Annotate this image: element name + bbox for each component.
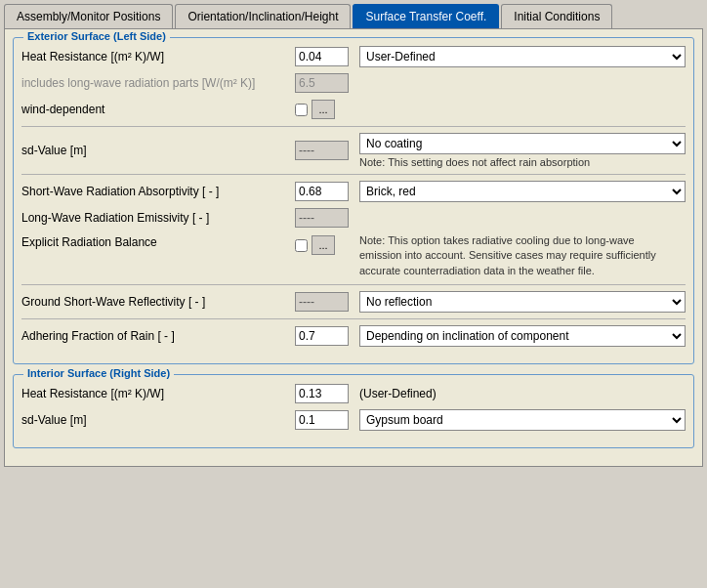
exterior-section: Exterior Surface (Left Side) Heat Resist… [13, 37, 694, 364]
sd-value-exterior-label: sd-Value [m] [21, 144, 295, 157]
tab-bar: Assembly/Monitor Positions Orientation/I… [0, 0, 707, 28]
heat-resistance-row: Heat Resistance [(m² K)/W] User-Defined … [21, 46, 686, 67]
wind-dependent-row: wind-dependent ... [21, 99, 686, 120]
sd-note: Note: This setting does not affect rain … [359, 156, 686, 168]
short-wave-row: Short-Wave Radiation Absorptivity [ - ] … [21, 181, 686, 202]
explicit-radiation-checkbox[interactable] [295, 239, 308, 252]
ground-short-wave-row: Ground Short-Wave Reflectivity [ - ] No … [21, 291, 686, 313]
long-wave-label: Long-Wave Radiation Emissivity [ - ] [21, 211, 295, 225]
wind-dependent-checkbox[interactable] [295, 104, 308, 116]
adhering-fraction-label: Adhering Fraction of Rain [ - ] [21, 329, 295, 343]
heat-resistance-dropdown[interactable]: User-Defined 0.04 (outside) 0.13 (inside… [359, 46, 686, 67]
ground-short-wave-input [295, 292, 349, 312]
includes-longwave-row: includes long-wave radiation parts [W/(m… [21, 72, 686, 94]
heat-resistance-label: Heat Resistance [(m² K)/W] [21, 50, 295, 63]
interior-heat-resistance-input[interactable] [295, 384, 349, 403]
explicit-radiation-note: Note: This option takes radiative coolin… [359, 233, 662, 278]
interior-heat-resistance-label: Heat Resistance [(m² K)/W] [21, 387, 295, 400]
sd-value-exterior-input [295, 141, 349, 160]
adhering-fraction-dropdown[interactable]: Depending on inclination of component 0.… [359, 325, 686, 347]
ground-short-wave-dropdown[interactable]: No reflection Snow Grass [359, 291, 686, 313]
sd-value-interior-label: sd-Value [m] [21, 413, 295, 427]
explicit-radiation-button[interactable]: ... [312, 235, 335, 255]
short-wave-input[interactable] [295, 182, 349, 201]
sd-value-interior-dropdown[interactable]: Gypsum board No coating Other [359, 409, 686, 431]
sd-value-interior-input[interactable] [295, 410, 349, 430]
adhering-fraction-input[interactable] [295, 326, 349, 346]
short-wave-label: Short-Wave Radiation Absorptivity [ - ] [21, 185, 295, 198]
explicit-radiation-row: Explicit Radiation Balance ... Note: Thi… [21, 233, 686, 278]
tab-initial[interactable]: Initial Conditions [501, 4, 612, 28]
long-wave-row: Long-Wave Radiation Emissivity [ - ] [21, 207, 686, 229]
interior-heat-resistance-static: (User-Defined) [359, 387, 437, 400]
ground-short-wave-label: Ground Short-Wave Reflectivity [ - ] [21, 295, 295, 309]
sd-value-interior-row: sd-Value [m] Gypsum board No coating Oth… [21, 409, 686, 431]
sd-value-exterior-dropdown[interactable]: No coating Other [359, 133, 686, 154]
tab-assembly[interactable]: Assembly/Monitor Positions [4, 4, 173, 28]
wind-dependent-label: wind-dependent [21, 103, 295, 116]
wind-dependent-button[interactable]: ... [312, 100, 335, 119]
heat-resistance-input[interactable] [295, 47, 349, 66]
includes-longwave-label: includes long-wave radiation parts [W/(m… [21, 76, 295, 90]
includes-longwave-input [295, 73, 349, 93]
interior-heat-resistance-row: Heat Resistance [(m² K)/W] (User-Defined… [21, 383, 686, 404]
long-wave-input [295, 208, 349, 228]
short-wave-dropdown[interactable]: Brick, red Concrete White paint [359, 181, 686, 202]
interior-section-title: Interior Surface (Right Side) [23, 367, 174, 379]
interior-section: Interior Surface (Right Side) Heat Resis… [13, 374, 694, 448]
main-content: Exterior Surface (Left Side) Heat Resist… [4, 28, 703, 467]
adhering-fraction-row: Adhering Fraction of Rain [ - ] Dependin… [21, 325, 686, 347]
tab-surface[interactable]: Surface Transfer Coeff. [353, 4, 499, 28]
explicit-radiation-label: Explicit Radiation Balance [21, 233, 295, 249]
sd-value-exterior-row: sd-Value [m] No coating Other Note: This… [21, 133, 686, 168]
exterior-section-title: Exterior Surface (Left Side) [23, 30, 170, 42]
tab-orientation[interactable]: Orientation/Inclination/Height [175, 4, 351, 28]
